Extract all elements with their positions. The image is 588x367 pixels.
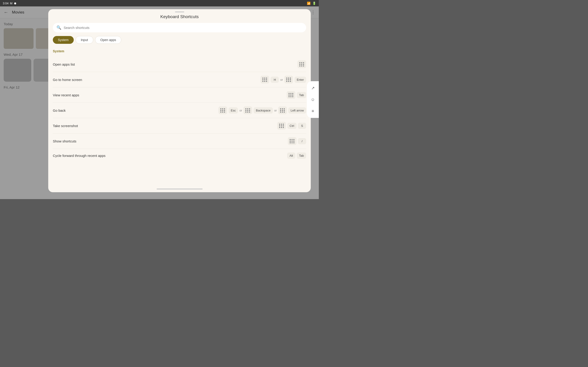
- key-dots-2: [284, 76, 293, 83]
- shortcut-row-show-shortcuts: Show shortcuts /: [53, 133, 306, 149]
- key-dots: [218, 106, 227, 114]
- key-tab-2: Tab: [297, 152, 306, 159]
- shortcut-row-cycle: Cycle forward through recent apps Alt Ta…: [53, 149, 306, 162]
- shortcut-keys: H or Enter: [260, 76, 306, 83]
- shortcut-name: View recent apps: [53, 93, 79, 97]
- shortcut-name: Go to home screen: [53, 78, 82, 82]
- shortcut-name: Open apps list: [53, 62, 75, 66]
- key-tab: Tab: [297, 92, 306, 98]
- search-input[interactable]: [64, 26, 303, 30]
- wifi-icon: 📶: [307, 2, 311, 5]
- shortcut-name: Take screenshot: [53, 124, 78, 128]
- expand-button[interactable]: ↗: [308, 83, 318, 93]
- menu-button[interactable]: ≡: [308, 106, 318, 116]
- status-bar: 3:04 M ⏺ 📶 🔋: [0, 0, 319, 6]
- key-enter: Enter: [294, 77, 306, 83]
- search-bar[interactable]: 🔍: [53, 23, 306, 32]
- status-bar-left: 3:04 M ⏺: [3, 2, 17, 5]
- shortcut-keys: /: [288, 137, 306, 145]
- shortcut-keys: Alt Tab: [287, 152, 306, 159]
- status-bar-right: 📶 🔋: [307, 2, 316, 5]
- key-h: H: [271, 77, 279, 83]
- shortcut-keys: Ctrl S: [277, 122, 306, 130]
- key-ctrl: Ctrl: [287, 123, 296, 129]
- shortcuts-list[interactable]: System Open apps list Go to home screen: [48, 48, 311, 187]
- shortcut-row-back: Go back Esc or: [53, 103, 306, 118]
- key-left-arrow: Left arrow: [288, 107, 306, 114]
- emoji-button[interactable]: ☺: [308, 94, 318, 105]
- key-dots: [260, 76, 269, 83]
- sep-or-2: or: [239, 109, 242, 112]
- section-header: System: [53, 48, 306, 54]
- sep-or-1: or: [280, 78, 283, 81]
- modal-title: Keyboard Shortcuts: [48, 14, 311, 19]
- key-alt: Alt: [287, 152, 295, 159]
- key-s: S: [298, 123, 306, 129]
- tabs-row: System Input Open apps: [53, 36, 306, 44]
- scroll-indicator: [157, 189, 203, 190]
- search-icon: 🔍: [57, 25, 61, 30]
- key-dots: [287, 91, 295, 99]
- shortcut-keys: Esc or Backspace or: [218, 106, 306, 114]
- shortcut-keys: [297, 60, 306, 68]
- shortcut-row-open-apps-list: Open apps list: [53, 57, 306, 72]
- record-icon: ⏺: [14, 2, 17, 5]
- tab-open-apps[interactable]: Open apps: [95, 36, 121, 44]
- key-dots-2: [243, 106, 252, 114]
- key-esc: Esc: [229, 107, 238, 114]
- shortcut-row-home: Go to home screen H or: [53, 72, 306, 87]
- key-dots: [277, 122, 286, 130]
- shortcut-row-screenshot: Take screenshot Ctrl S: [53, 118, 306, 133]
- shortcut-name: Cycle forward through recent apps: [53, 154, 105, 158]
- tab-system[interactable]: System: [53, 36, 74, 44]
- drag-handle[interactable]: [175, 11, 184, 12]
- key-dots-3: [278, 106, 287, 114]
- sep-or-3: or: [274, 109, 277, 112]
- shortcut-name: Go back: [53, 108, 66, 112]
- shortcut-row-recent: View recent apps Tab: [53, 87, 306, 103]
- key-backspace: Backspace: [254, 107, 273, 114]
- shortcut-name: Show shortcuts: [53, 139, 77, 143]
- key-dots: [297, 60, 306, 68]
- keyboard-shortcuts-modal: Keyboard Shortcuts 🔍 System Input Open a…: [48, 9, 311, 192]
- shortcut-keys: Tab: [287, 91, 306, 99]
- float-buttons: ↗ ☺ ≡: [307, 81, 319, 118]
- status-time: 3:04: [3, 2, 9, 5]
- tab-input[interactable]: Input: [76, 36, 93, 44]
- key-slash: /: [298, 138, 306, 144]
- battery-icon: 🔋: [312, 2, 316, 5]
- email-icon: M: [10, 2, 12, 5]
- key-dots: [288, 137, 296, 145]
